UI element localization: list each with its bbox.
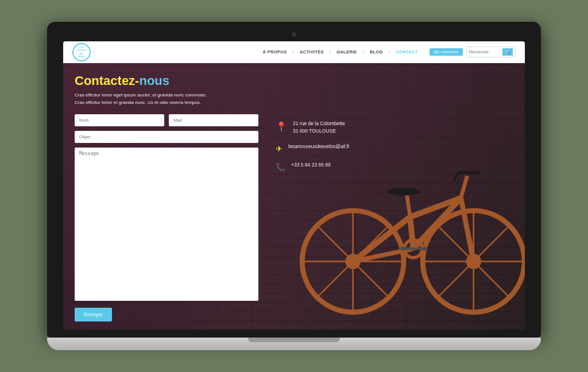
address-line1: 21 rue de la Colombette (293, 120, 345, 127)
mail-input[interactable] (169, 114, 258, 126)
nav-logo: LesamoreuxdesVélos (72, 43, 91, 61)
page-subtitle: Cras efficitur tortor eget ipsum auctor,… (75, 92, 270, 107)
address-line2: 31 000 TOULOUSE (293, 127, 345, 135)
objet-input[interactable] (75, 131, 258, 143)
nav-right: Me connecter 🔍 (430, 46, 516, 57)
message-textarea[interactable] (75, 148, 258, 301)
nav-apropos[interactable]: À PROPOS (258, 49, 292, 55)
logo-text: LesamoreuxdesVélos (76, 46, 87, 59)
logo-circle: LesamoreuxdesVélos (72, 43, 91, 61)
nav-links: À PROPOS | ACTIVITÉS | GALERIE | BLOG | … (258, 49, 423, 55)
search-input[interactable] (469, 50, 501, 54)
page-title: Contactez-nous (75, 73, 513, 88)
title-contactez: Contactez- (75, 73, 139, 88)
title-nous: nous (139, 73, 169, 88)
email-item: ✈ lesamoureuxdesvelos@ail.fr (276, 143, 513, 153)
email-icon: ✈ (276, 144, 283, 153)
laptop-container: LesamoreuxdesVélos À PROPOS | ACTIVITÉS … (47, 22, 541, 351)
laptop-base (47, 338, 541, 350)
phone-item: 📞 +33 5 84 23 65 89 (276, 161, 513, 172)
connect-button[interactable]: Me connecter (430, 48, 463, 56)
nav-galerie[interactable]: GALERIE (332, 49, 361, 55)
laptop-screen: LesamoreuxdesVélos À PROPOS | ACTIVITÉS … (63, 41, 525, 330)
form-area: Envoyer 📍 21 rue de la Colombette 31 000… (75, 114, 513, 321)
nav-contact[interactable]: CONTACT (391, 49, 422, 55)
subtitle-line1: Cras efficitur tortor eget ipsum auctor,… (75, 92, 207, 98)
contact-form: Envoyer (75, 114, 258, 321)
phone-icon: 📞 (276, 162, 285, 172)
form-row-name-mail (75, 114, 258, 126)
phone-text: +33 5 84 23 65 89 (291, 161, 331, 169)
email-address[interactable]: lesamoureuxdesvelos@ail.fr (288, 144, 350, 149)
contact-info: 📍 21 rue de la Colombette 31 000 TOULOUS… (264, 114, 513, 321)
website: LesamoreuxdesVélos À PROPOS | ACTIVITÉS … (63, 41, 525, 330)
screen-bezel: LesamoreuxdesVélos À PROPOS | ACTIVITÉS … (47, 22, 541, 338)
address-text: 21 rue de la Colombette 31 000 TOULOUSE (293, 120, 345, 135)
send-button[interactable]: Envoyer (75, 308, 112, 321)
search-box: 🔍 (466, 46, 516, 57)
page-content: Contactez-nous Cras efficitur tortor ege… (63, 63, 525, 330)
location-icon: 📍 (276, 121, 287, 132)
address-item: 📍 21 rue de la Colombette 31 000 TOULOUS… (276, 120, 513, 135)
subtitle-line2: Cras efficitur tortor et gravida nunc. U… (75, 100, 201, 105)
navbar: LesamoreuxdesVélos À PROPOS | ACTIVITÉS … (63, 41, 525, 63)
nom-input[interactable] (75, 114, 164, 126)
nav-blog[interactable]: BLOG (365, 49, 388, 55)
phone-number[interactable]: +33 5 84 23 65 89 (291, 162, 331, 168)
search-icon[interactable]: 🔍 (502, 48, 513, 56)
laptop-camera (292, 32, 296, 37)
nav-activites[interactable]: ACTIVITÉS (295, 49, 328, 55)
email-text: lesamoureuxdesvelos@ail.fr (288, 143, 350, 150)
